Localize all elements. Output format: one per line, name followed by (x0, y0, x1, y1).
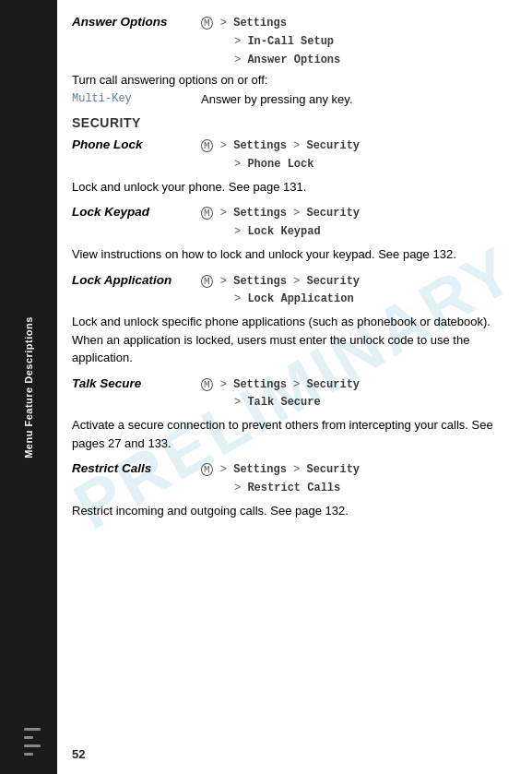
lock-application-block: Lock Application M > Settings > Security… (72, 273, 514, 367)
restrict-calls-block: Restrict Calls M > Settings > Security >… (72, 461, 514, 519)
sidebar: Menu Feature Descriptions (0, 0, 57, 774)
answer-options-block: Answer Options M > Settings > In-Call Se… (72, 15, 514, 106)
talk-secure-title: Talk Secure (72, 376, 201, 390)
sidebar-icon-2 (24, 736, 33, 739)
lock-application-title: Lock Application (72, 273, 201, 287)
restrict-calls-title: Restrict Calls (72, 461, 201, 475)
talk-secure-path-1: M > Settings > Security (201, 376, 360, 395)
multikey-label: Multi-Key (72, 92, 201, 105)
content-inner: Answer Options M > Settings > In-Call Se… (72, 15, 514, 519)
answer-options-desc: Turn call answering options on or off: (72, 73, 514, 87)
answer-options-paths: M > Settings > In-Call Setup > Answer Op… (201, 15, 340, 69)
lock-application-row: Lock Application M > Settings > Security… (72, 273, 514, 310)
sidebar-icons (17, 728, 41, 756)
lock-application-desc: Lock and unlock specific phone applicati… (72, 313, 514, 367)
talk-secure-row: Talk Secure M > Settings > Security > Ta… (72, 376, 514, 413)
menu-icon: M (201, 275, 213, 288)
talk-secure-block: Talk Secure M > Settings > Security > Ta… (72, 376, 514, 453)
lock-keypad-path-2: > Lock Keypad (201, 223, 360, 242)
restrict-calls-path-2: > Restrict Calls (201, 480, 360, 498)
phone-lock-block: Phone Lock M > Settings > Security > Pho… (72, 137, 514, 196)
phone-lock-title: Phone Lock (72, 137, 201, 151)
menu-icon: M (201, 463, 213, 476)
security-heading: Security (72, 115, 514, 130)
lock-application-path-1: M > Settings > Security (201, 273, 360, 292)
restrict-calls-row: Restrict Calls M > Settings > Security >… (72, 461, 514, 498)
restrict-calls-path-1: M > Settings > Security (201, 461, 360, 480)
sidebar-icon-3 (24, 744, 41, 747)
menu-icon: M (201, 17, 213, 30)
menu-icon: M (201, 139, 213, 152)
talk-secure-desc: Activate a secure connection to prevent … (72, 416, 514, 452)
sidebar-icon-4 (24, 753, 33, 756)
multikey-row: Multi-Key Answer by pressing any key. (72, 92, 514, 106)
lock-keypad-path-1: M > Settings > Security (201, 205, 360, 223)
lock-keypad-paths: M > Settings > Security > Lock Keypad (201, 205, 360, 242)
restrict-calls-paths: M > Settings > Security > Restrict Calls (201, 461, 360, 498)
talk-secure-paths: M > Settings > Security > Talk Secure (201, 376, 360, 413)
multikey-desc: Answer by pressing any key. (201, 92, 353, 106)
lock-application-path-2: > Lock Application (201, 291, 360, 309)
answer-options-row: Answer Options M > Settings > In-Call Se… (72, 15, 514, 69)
lock-application-paths: M > Settings > Security > Lock Applicati… (201, 273, 360, 310)
phone-lock-path-1: M > Settings > Security (201, 137, 360, 156)
answer-options-title: Answer Options (72, 15, 201, 29)
lock-keypad-title: Lock Keypad (72, 205, 201, 219)
phone-lock-row: Phone Lock M > Settings > Security > Pho… (72, 137, 514, 174)
talk-secure-path-2: > Talk Secure (201, 394, 360, 412)
phone-lock-path-2: > Phone Lock (201, 156, 360, 174)
main-content: PRELIMINARY Answer Options M > Settings … (57, 0, 532, 774)
phone-lock-paths: M > Settings > Security > Phone Lock (201, 137, 360, 174)
sidebar-icon-1 (24, 728, 41, 731)
lock-keypad-block: Lock Keypad M > Settings > Security > Lo… (72, 205, 514, 263)
menu-icon: M (201, 207, 213, 220)
answer-options-path-1: M > Settings (201, 15, 340, 33)
sidebar-label: Menu Feature Descriptions (23, 316, 34, 458)
security-items-list: Phone Lock M > Settings > Security > Pho… (72, 137, 514, 519)
restrict-calls-desc: Restrict incoming and outgoing calls. Se… (72, 502, 514, 520)
lock-keypad-row: Lock Keypad M > Settings > Security > Lo… (72, 205, 514, 242)
answer-options-path-3: > Answer Options (201, 52, 340, 70)
menu-icon: M (201, 378, 213, 391)
answer-options-path-2: > In-Call Setup (201, 33, 340, 52)
phone-lock-desc: Lock and unlock your phone. See page 131… (72, 178, 514, 196)
lock-keypad-desc: View instructions on how to lock and unl… (72, 245, 514, 264)
page-number: 52 (72, 747, 85, 761)
